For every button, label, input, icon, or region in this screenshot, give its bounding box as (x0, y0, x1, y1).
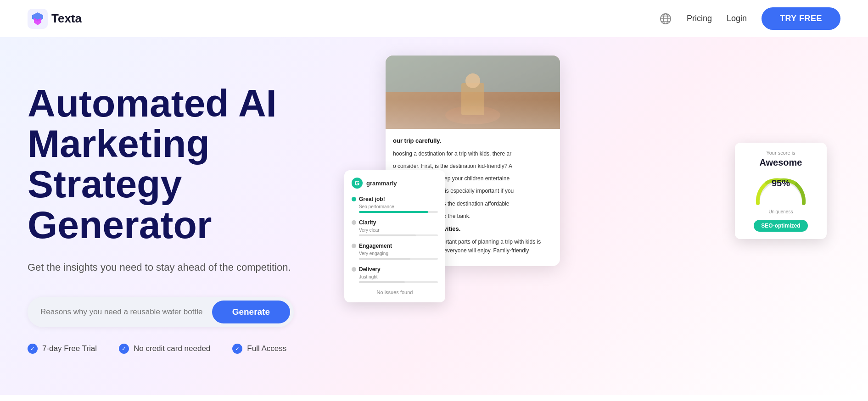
badge-trial-label: 7-day Free Trial (42, 344, 97, 353)
score-card: Your score is Awesome 95% Uniqueness SEO… (735, 143, 827, 239)
nav-right: Pricing Login TRY FREE (659, 7, 840, 30)
pricing-link[interactable]: Pricing (687, 14, 712, 23)
great-job-label: Great job! (359, 196, 385, 202)
seo-badge: SEO-optimized (754, 220, 807, 232)
delivery-label: Delivery (359, 266, 381, 273)
seo-performance-label: Seo performance (359, 204, 438, 209)
badge-access-label: Full Access (247, 344, 286, 353)
globe-icon[interactable] (659, 12, 672, 25)
hero-right-mockups: our trip carefully. hoosing a destinatio… (340, 46, 840, 358)
login-link[interactable]: Login (727, 14, 747, 23)
clarity-sub-label: Very clear (359, 228, 438, 233)
grammarly-clarity-row: Clarity Very clear (352, 219, 438, 236)
badge-free-trial: ✓ 7-day Free Trial (28, 344, 97, 354)
green-dot-seo (352, 197, 356, 201)
hero-section: Automated AI Marketing Strategy Generato… (0, 37, 868, 395)
svg-point-8 (445, 106, 500, 124)
hero-left: Automated AI Marketing Strategy Generato… (28, 56, 340, 354)
grammarly-delivery-row: Delivery Just right (352, 266, 438, 283)
svg-rect-9 (461, 83, 484, 115)
gauge-container: 95% (753, 173, 808, 206)
svg-rect-7 (386, 56, 560, 92)
logo-text: Texta (51, 11, 82, 26)
svg-rect-6 (386, 56, 560, 129)
grammarly-header: G grammarly (352, 178, 438, 189)
navigation: Texta Pricing Login TRY FREE (0, 0, 868, 37)
dot-clarity (352, 220, 356, 225)
score-awesome: Awesome (742, 157, 819, 168)
prompt-input[interactable] (40, 304, 212, 320)
grammarly-title: grammarly (366, 180, 397, 187)
score-label: Your score is (742, 150, 819, 156)
grammarly-card: G grammarly Great job! Seo performance C… (344, 170, 445, 302)
logo-icon (28, 9, 48, 29)
check-icon-access: ✓ (232, 344, 242, 354)
input-row: Generate (28, 297, 294, 327)
generate-button[interactable]: Generate (212, 301, 290, 323)
clarity-label: Clarity (359, 219, 376, 226)
badge-full-access: ✓ Full Access (232, 344, 286, 354)
grammarly-engagement-row: Engagement Very engaging (352, 243, 438, 260)
hero-title: Automated AI Marketing Strategy Generato… (28, 83, 340, 245)
check-icon-trial: ✓ (28, 344, 38, 354)
gauge-percent: 95% (772, 178, 790, 189)
grammarly-logo: G (352, 178, 363, 189)
mockup-image (386, 56, 560, 129)
badge-credit-label: No credit card needed (134, 344, 210, 353)
hero-subtitle: Get the insights you need to stay ahead … (28, 260, 340, 275)
try-free-button[interactable]: TRY FREE (762, 7, 840, 30)
no-issues-label: No issues found (352, 290, 438, 295)
delivery-sub-label: Just right (359, 274, 438, 279)
svg-point-10 (465, 73, 480, 88)
mockup-heading: our trip carefully. (393, 136, 553, 146)
check-icon-credit: ✓ (119, 344, 129, 354)
badge-no-credit: ✓ No credit card needed (119, 344, 210, 354)
logo[interactable]: Texta (28, 9, 82, 29)
mockup-para2: o consider. First, is the destination ki… (393, 162, 553, 171)
badges-row: ✓ 7-day Free Trial ✓ No credit card need… (28, 344, 340, 354)
engagement-sub-label: Very engaging (359, 251, 438, 256)
uniqueness-label: Uniqueness (742, 209, 819, 214)
grammarly-seo-row: Great job! Seo performance (352, 196, 438, 213)
mockup-para1: hoosing a destination for a trip with ki… (393, 150, 553, 158)
engagement-label: Engagement (359, 243, 392, 249)
dot-delivery (352, 267, 356, 272)
dot-engagement (352, 244, 356, 248)
